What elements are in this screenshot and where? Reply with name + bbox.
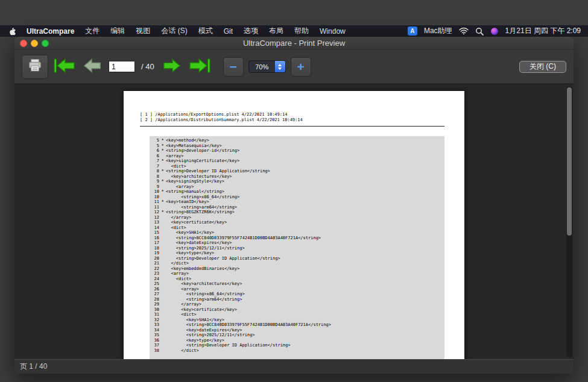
menu-item[interactable]: 模式	[193, 26, 218, 36]
code-line: 25 <key>architectures</key>	[151, 281, 444, 287]
menu-item[interactable]: 布局	[264, 26, 289, 36]
wifi-icon[interactable]	[459, 27, 469, 35]
code-line: 12 </array>	[151, 215, 444, 221]
code-line: 27 <string>x86_64</string>	[151, 292, 444, 297]
siri-icon[interactable]	[490, 27, 499, 36]
code-line: 29 </array>	[151, 302, 444, 307]
doc-header-line: [ 1 ] /Applications/ExportOptions.plist …	[140, 112, 444, 117]
doc-header-line: [ 2 ] /Applications/DistributionSummary.…	[140, 117, 444, 123]
minimize-window-button[interactable]	[31, 40, 38, 47]
stepper-up-icon	[278, 64, 282, 66]
code-line: 31 <dict>	[151, 312, 444, 318]
close-preview-button[interactable]: 关闭 (C)	[519, 61, 566, 73]
document-page: [ 1 ] /Applications/ExportOptions.plist …	[124, 91, 464, 359]
first-page-button[interactable]	[53, 57, 76, 77]
menu-item[interactable]: 帮助	[289, 26, 314, 36]
menu-item[interactable]: Window	[314, 27, 351, 36]
menu-item[interactable]: 文件	[80, 26, 105, 36]
menu-item[interactable]: 编辑	[105, 26, 130, 36]
code-line: 32 <key>SHA1</key>	[151, 318, 444, 323]
first-page-icon	[54, 57, 75, 77]
menu-clock[interactable]: 1月21日 周四 下午 2:09	[505, 26, 581, 36]
title-bar: UltraCompare - Print Preview	[14, 37, 574, 50]
traffic-lights	[14, 40, 49, 47]
print-preview-toolbar: / 40 − 70% +	[14, 50, 574, 84]
spotlight-search-icon[interactable]	[475, 27, 484, 36]
status-bar: 页 1 / 40	[14, 359, 574, 374]
apple-menu-icon[interactable]	[7, 27, 21, 36]
next-page-icon	[162, 57, 182, 77]
code-line: 12*<string>8EGZKTZR6K</string>	[151, 210, 444, 215]
code-line: 7*<key>signingCertificate</key>	[151, 158, 444, 164]
code-line: 35 <string>2025/12/11</string>	[151, 333, 444, 338]
previous-page-button[interactable]	[81, 57, 104, 77]
doc-header: [ 1 ] /Applications/ExportOptions.plist …	[140, 112, 444, 123]
code-line: 23 <array>	[151, 271, 444, 277]
code-line: 38 </dict>	[151, 348, 444, 354]
code-line: 22 <key>embeddedBinaries</key>	[151, 266, 444, 272]
stepper-down-icon	[278, 67, 282, 70]
code-line: 14 <dict>	[151, 225, 444, 231]
code-line: 5*<key>Metasequoia</key>	[151, 143, 444, 149]
print-button[interactable]	[22, 55, 48, 79]
last-page-icon	[189, 57, 210, 77]
code-line: 18 <string>2025/12/11</string>	[151, 246, 444, 251]
code-line: 11 <string>arm64</string>	[151, 205, 444, 210]
menu-item[interactable]: Git	[218, 27, 238, 36]
vertical-scrollbar-thumb[interactable]	[567, 87, 572, 236]
code-line: 21 </dict>	[151, 261, 444, 266]
zoom-level-select[interactable]: 70%	[248, 60, 286, 73]
vertical-scrollbar[interactable]	[566, 86, 572, 357]
code-line: 10 <string>x86_64</string>	[151, 195, 444, 200]
menu-item[interactable]: 会话 (S)	[156, 26, 192, 36]
code-line: 7 <dict>	[151, 164, 444, 169]
menu-item[interactable]: 视图	[130, 26, 156, 36]
doc-header-rule	[140, 126, 444, 127]
next-page-button[interactable]	[160, 57, 183, 77]
code-line: 9*<key>signingStyle</key>	[151, 179, 444, 184]
menu-item[interactable]: 选项	[238, 26, 264, 36]
code-line: 20 <string>Developer ID Application</str…	[151, 256, 444, 261]
page-number-input[interactable]	[109, 61, 135, 72]
previous-page-icon	[82, 57, 103, 77]
menu-app-name[interactable]: UltraCompare	[21, 27, 80, 36]
zoom-window-button[interactable]	[42, 40, 49, 47]
code-line: 33 <string>8CC840D833979F55F7424B1D00BD4…	[151, 322, 444, 328]
code-line: 5*<key>method</key>	[151, 138, 444, 143]
preview-area: [ 1 ] /Applications/ExportOptions.plist …	[14, 84, 574, 359]
code-line: 37 <string>Developer ID Application</str…	[151, 343, 444, 348]
code-line: 11*<key>teamID</key>	[151, 199, 444, 205]
code-line: 8*<string>Developer ID Application</stri…	[151, 169, 444, 174]
code-line: 17 <key>dateExpires</key>	[151, 240, 444, 246]
menu-status-area: A Mac助理	[408, 26, 581, 36]
code-line: 19 <key>type</key>	[151, 251, 444, 256]
close-window-button[interactable]	[20, 40, 27, 47]
code-line: 9 <array>	[151, 184, 444, 190]
zoom-level-value: 70%	[249, 63, 275, 70]
zoom-out-button[interactable]: −	[223, 57, 244, 77]
macos-menu-bar: UltraCompare 文件编辑视图会话 (S)模式Git选项布局帮助Wind…	[0, 25, 588, 37]
code-line: 30 <key>certificate</key>	[151, 307, 444, 313]
code-lines: 5*<key>method</key>5*<key>Metasequoia</k…	[150, 136, 444, 359]
code-line: 15 <key>SHA1</key>	[151, 230, 444, 236]
code-line: 10*<string>manual</string>	[151, 189, 444, 195]
zoom-stepper[interactable]	[275, 61, 285, 72]
zoom-in-button[interactable]: +	[291, 57, 311, 77]
assistant-menu-item[interactable]: Mac助理	[424, 26, 452, 36]
ultracompare-window: UltraCompare - Print Preview	[14, 37, 574, 374]
input-method-badge[interactable]: A	[408, 27, 417, 36]
code-line: 13 <key>certificate</key>	[151, 220, 444, 225]
window-title: UltraCompare - Print Preview	[14, 39, 574, 48]
menu-items: 文件编辑视图会话 (S)模式Git选项布局帮助Window	[80, 26, 350, 36]
code-line: 26 <array>	[151, 287, 444, 292]
last-page-button[interactable]	[188, 57, 211, 77]
page-indicator: 页 1 / 40	[20, 362, 47, 372]
code-line: 28 <string>arm64</string>	[151, 297, 444, 302]
code-line: 24 <dict>	[151, 277, 444, 282]
page-total-label: / 40	[140, 62, 156, 71]
code-line: 6<array>	[151, 154, 444, 159]
printer-icon	[27, 58, 43, 75]
code-line: 6*<string>developer-id</string>	[151, 148, 444, 154]
code-line: 16 <string>8CC840D833979F55F7424B1D00BD4…	[151, 236, 444, 241]
code-line: 8 <key>architectures</key>	[151, 174, 444, 180]
